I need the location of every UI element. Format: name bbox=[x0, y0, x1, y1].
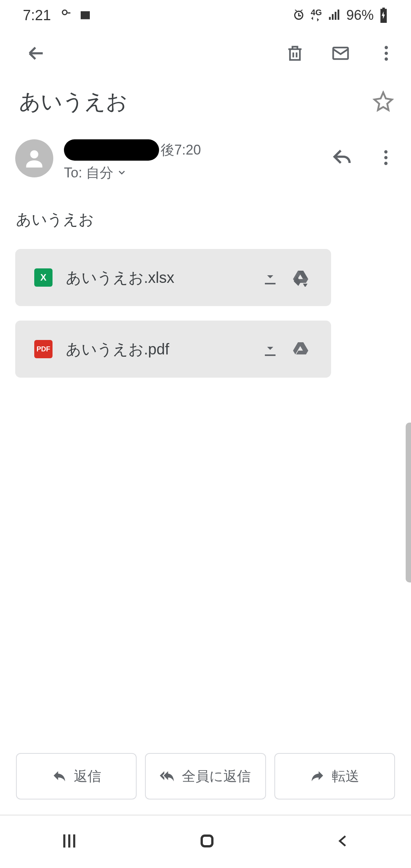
home-nav-button[interactable] bbox=[198, 832, 216, 852]
system-nav-bar bbox=[0, 815, 411, 868]
network-type-label: 4G bbox=[311, 9, 322, 22]
forward-label: 転送 bbox=[332, 767, 359, 786]
forward-button[interactable]: 転送 bbox=[274, 753, 395, 799]
svg-point-1 bbox=[385, 46, 388, 49]
attachments-section: X あいうえお.xlsx PDF あいうえお.pdf bbox=[0, 245, 411, 396]
app-toolbar bbox=[0, 30, 411, 76]
xlsx-icon: X bbox=[34, 268, 53, 287]
back-button[interactable] bbox=[25, 42, 48, 65]
sender-name-redacted bbox=[64, 139, 159, 161]
action-buttons-row: 返信 全員に返信 転送 bbox=[0, 753, 411, 799]
attachment-filename: あいうえお.xlsx bbox=[66, 267, 255, 288]
signal-icon bbox=[327, 8, 341, 22]
reply-label: 返信 bbox=[74, 767, 101, 786]
reply-icon-button[interactable] bbox=[332, 147, 353, 170]
svg-point-2 bbox=[385, 52, 388, 55]
email-subject: あいうえお bbox=[19, 88, 373, 116]
subject-row: あいうえお bbox=[0, 76, 411, 128]
attachment-item[interactable]: PDF あいうえお.pdf bbox=[15, 321, 331, 378]
star-button[interactable] bbox=[373, 91, 394, 113]
to-label: To: 自分 bbox=[64, 164, 113, 182]
status-bar: 7:21 4G 96% bbox=[0, 0, 411, 30]
picture-icon bbox=[78, 8, 92, 22]
message-more-button[interactable] bbox=[376, 148, 396, 169]
download-button[interactable] bbox=[255, 268, 285, 287]
pdf-icon: PDF bbox=[34, 340, 53, 358]
alarm-icon bbox=[292, 8, 306, 22]
chevron-down-icon bbox=[116, 165, 127, 181]
more-options-button[interactable] bbox=[375, 42, 398, 65]
svg-point-5 bbox=[384, 150, 388, 154]
attachment-filename: あいうえお.pdf bbox=[66, 339, 255, 360]
email-body: あいうえお bbox=[0, 186, 411, 245]
svg-point-3 bbox=[385, 57, 388, 61]
status-time: 7:21 bbox=[23, 7, 51, 24]
scroll-indicator[interactable] bbox=[406, 423, 411, 582]
reply-button[interactable]: 返信 bbox=[16, 753, 137, 799]
battery-percent: 96% bbox=[346, 7, 374, 23]
sender-avatar[interactable] bbox=[15, 139, 53, 177]
attachment-item[interactable]: X あいうえお.xlsx bbox=[15, 249, 331, 306]
sender-block: 後7:20 To: 自分 bbox=[0, 128, 411, 186]
mark-unread-button[interactable] bbox=[329, 42, 352, 65]
reply-all-button[interactable]: 全員に返信 bbox=[145, 753, 266, 799]
drive-button[interactable] bbox=[285, 268, 316, 287]
download-button[interactable] bbox=[255, 340, 285, 358]
message-time: 後7:20 bbox=[161, 141, 201, 160]
recents-nav-button[interactable] bbox=[59, 831, 79, 852]
reply-all-label: 全員に返信 bbox=[182, 767, 251, 786]
battery-charging-icon bbox=[379, 8, 388, 23]
svg-point-7 bbox=[384, 162, 388, 165]
svg-point-4 bbox=[30, 150, 38, 158]
back-nav-button[interactable] bbox=[335, 833, 352, 851]
plug-icon bbox=[58, 8, 72, 22]
svg-point-6 bbox=[384, 156, 388, 160]
svg-rect-8 bbox=[202, 836, 212, 846]
drive-button[interactable] bbox=[285, 340, 316, 358]
recipients-toggle[interactable]: To: 自分 bbox=[64, 164, 332, 182]
delete-button[interactable] bbox=[284, 42, 306, 65]
